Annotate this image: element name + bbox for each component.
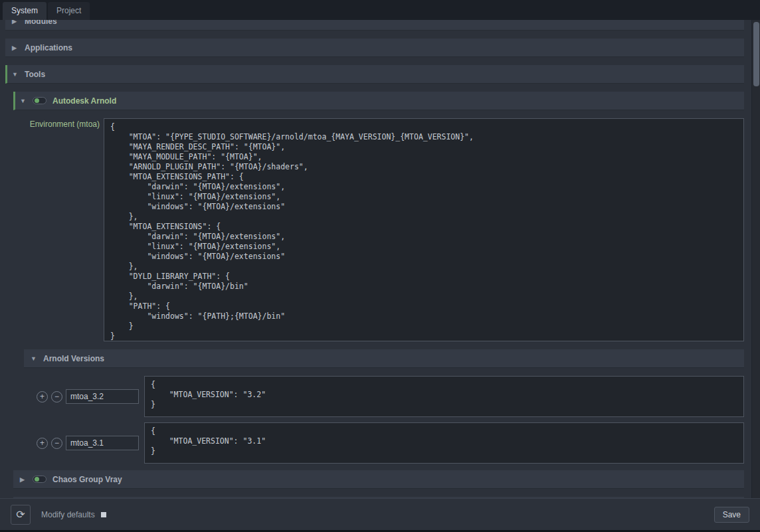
footer: ⟳ Modify defaults Save xyxy=(0,498,760,532)
section-header-applications[interactable]: ▶ Applications xyxy=(5,39,744,57)
section-label-applications: Applications xyxy=(25,43,72,52)
section-label-arnold-versions: Arnold Versions xyxy=(43,354,104,363)
section-header-modules[interactable]: ▶ Modules xyxy=(5,20,744,31)
version-json-editor[interactable]: { "MTOA_VERSION": "3.2" } xyxy=(144,376,744,417)
chevron-right-icon: ▶ xyxy=(20,476,27,483)
add-version-button[interactable]: + xyxy=(37,438,48,449)
chevron-down-icon: ▼ xyxy=(12,71,19,78)
environment-label: Environment (mtoa) xyxy=(21,118,100,341)
settings-scroll-area: ▶ Modules ▶ Applications ▼ Tools ▼ Autod… xyxy=(0,20,760,498)
environment-row: Environment (mtoa) { "MTOA": "{PYPE_STUD… xyxy=(21,118,744,341)
tab-system[interactable]: System xyxy=(3,2,47,20)
toggle-knob xyxy=(35,477,39,482)
vray-enabled-toggle[interactable] xyxy=(33,476,47,483)
tab-project[interactable]: Project xyxy=(48,2,90,20)
section-label-chaos-group-vray: Chaos Group Vray xyxy=(52,475,122,484)
section-header-tools[interactable]: ▼ Tools xyxy=(5,65,744,84)
add-version-button[interactable]: + xyxy=(37,391,48,402)
tab-bar: System Project xyxy=(0,0,760,20)
environment-json-editor[interactable]: { "MTOA": "{PYPE_STUDIO_SOFTWARE}/arnold… xyxy=(104,118,744,341)
arnold-enabled-toggle[interactable] xyxy=(33,97,47,104)
version-name-input[interactable] xyxy=(66,389,139,404)
section-header-chaos-group-vray[interactable]: ▶ Chaos Group Vray xyxy=(13,470,744,489)
scrollbar[interactable] xyxy=(751,20,760,498)
modify-defaults-label: Modify defaults xyxy=(41,510,95,519)
remove-version-button[interactable]: − xyxy=(51,391,62,402)
section-header-arnold-versions[interactable]: ▼ Arnold Versions xyxy=(24,349,744,368)
version-json-editor[interactable]: { "MTOA_VERSION": "3.1" } xyxy=(144,422,744,464)
chevron-down-icon: ▼ xyxy=(20,98,27,104)
version-row: + − { "MTOA_VERSION": "3.1" } xyxy=(37,422,744,464)
section-header-autodesk-arnold[interactable]: ▼ Autodesk Arnold xyxy=(13,92,744,110)
scrollbar-thumb[interactable] xyxy=(753,22,759,86)
section-label-tools: Tools xyxy=(25,70,45,79)
save-button[interactable]: Save xyxy=(714,507,749,523)
section-label-autodesk-arnold: Autodesk Arnold xyxy=(52,96,116,106)
refresh-icon: ⟳ xyxy=(16,509,25,520)
version-name-input[interactable] xyxy=(66,436,139,450)
version-row: + − { "MTOA_VERSION": "3.2" } xyxy=(37,376,744,417)
refresh-button[interactable]: ⟳ xyxy=(11,505,31,525)
chevron-right-icon: ▶ xyxy=(12,20,19,25)
chevron-right-icon: ▶ xyxy=(12,44,19,51)
chevron-down-icon: ▼ xyxy=(31,355,37,362)
toggle-knob xyxy=(35,98,39,103)
section-label-modules: Modules xyxy=(25,20,57,26)
remove-version-button[interactable]: − xyxy=(51,438,62,449)
modify-defaults-checkbox[interactable] xyxy=(101,512,106,517)
